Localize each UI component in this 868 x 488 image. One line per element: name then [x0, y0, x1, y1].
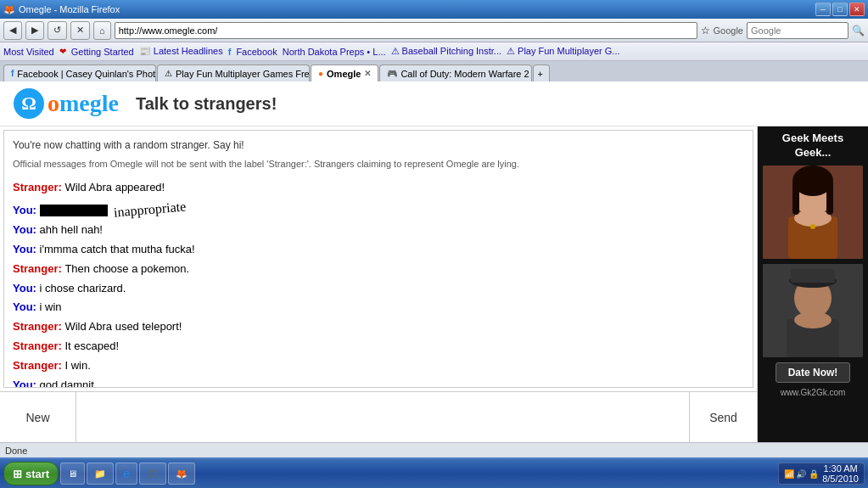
close-button[interactable]: ✕ [849, 3, 865, 16]
bookmark-baseball[interactable]: ⚠ Baseball Pitching Instr... [391, 46, 501, 57]
tray-time-display: 1:30 AM [822, 463, 859, 474]
message-text: I win. [64, 359, 90, 372]
tab-cod[interactable]: 🎮 Call of Duty: Modern Warfare 2 - Ca...… [379, 65, 532, 81]
forward-button[interactable]: ▶ [25, 21, 44, 40]
minimize-button[interactable]: ─ [815, 3, 831, 16]
message-text: god damnit [40, 379, 94, 388]
speaker-label: You: [13, 379, 40, 388]
ie-icon: e [123, 467, 130, 480]
message-text: Wild Abra appeared! [64, 181, 165, 194]
home-button[interactable]: ⌂ [93, 21, 111, 40]
start-button[interactable]: ⊞ start [3, 462, 59, 485]
chat-message-9: Stranger: It escaped! [13, 338, 744, 356]
taskbar-item-2[interactable]: 📁 [87, 463, 114, 485]
blacked-out-text [40, 205, 108, 216]
back-button[interactable]: ◀ [3, 21, 22, 40]
chat-log[interactable]: You're now chatting with a random strang… [3, 130, 753, 388]
bookmark-nd-preps[interactable]: North Dakota Preps • L... [283, 47, 386, 57]
taskbar-icon-2: 📁 [94, 468, 106, 480]
tab-multiplayer[interactable]: ⚠ Play Fun Multiplayer Games Free At... … [157, 65, 310, 81]
stop-button[interactable]: ✕ [70, 21, 90, 40]
taskbar-item-ie[interactable]: e [115, 463, 137, 485]
bookmark-multiplayer[interactable]: ⚠ Play Fun Multiplayer G... [507, 46, 620, 57]
chat-message-2: You: inappropriate [13, 199, 744, 221]
bookmark-facebook[interactable]: Facebook [236, 47, 277, 57]
chat-notice: You're now chatting with a random strang… [13, 137, 744, 154]
status-text: Done [5, 446, 27, 456]
chat-message-1: Stranger: Wild Abra appeared! [13, 179, 744, 197]
tab-facebook[interactable]: f Facebook | Casey Quinlan's Photos ... … [3, 65, 156, 81]
omegle-logo-icon: Ω [14, 88, 44, 119]
tab-cod-label: Call of Duty: Modern Warfare 2 - Ca... [400, 69, 532, 79]
bookmark-latest-headlines[interactable]: 📰 Latest Headlines [139, 46, 223, 57]
omegle-tab-favicon: ● [318, 69, 323, 78]
bookmark-getting-started[interactable]: Getting Started [71, 47, 134, 57]
svg-point-7 [810, 224, 815, 229]
restore-button[interactable]: □ [832, 3, 848, 16]
speaker-label: You: [13, 223, 40, 236]
ad-url: www.Gk2Gk.com [781, 388, 846, 397]
getting-started-icon: ❤ [59, 47, 66, 56]
svg-point-11 [794, 311, 832, 328]
search-icon: 🔍 [852, 25, 865, 36]
address-bar[interactable] [115, 22, 697, 39]
tab-omegle-label: Omegle [327, 69, 361, 79]
multiplayer-tab-favicon: ⚠ [165, 69, 172, 78]
speaker-label: Stranger: [13, 320, 64, 333]
tab-facebook-label: Facebook | Casey Quinlan's Photos ... [17, 69, 156, 79]
chat-message-7: You: i win [13, 299, 744, 317]
new-conversation-button[interactable]: New [0, 392, 76, 442]
message-text: i'mmma catch that mutha fucka! [40, 243, 195, 255]
chat-input-area: New Send [0, 391, 757, 442]
send-button[interactable]: Send [689, 392, 757, 442]
speaker-label: You: [13, 282, 40, 294]
chat-message-10: Stranger: I win. [13, 357, 744, 375]
svg-rect-5 [792, 181, 799, 215]
message-text: inappropriate [40, 204, 187, 216]
female-photo-svg [763, 165, 863, 259]
windows-logo: ⊞ [13, 468, 22, 480]
new-tab-button[interactable]: + [533, 65, 550, 81]
title-bar-title: 🦊 Omegle - Mozilla Firefox [3, 4, 120, 15]
omegle-tagline: Talk to strangers! [136, 94, 277, 114]
chat-text-input[interactable] [76, 392, 689, 442]
facebook-tab-favicon: f [11, 69, 14, 78]
speaker-label: Stranger: [13, 181, 64, 194]
message-text: i win [40, 300, 62, 313]
tabs-bar: f Facebook | Casey Quinlan's Photos ... … [0, 61, 868, 81]
tab-omegle[interactable]: ● Omegle ✕ [311, 65, 378, 81]
refresh-button[interactable]: ↺ [48, 21, 67, 40]
speaker-label: You: [13, 204, 40, 216]
system-tray: 📶 🔊 🔒 1:30 AM 8/5/2010 [778, 463, 865, 485]
svg-rect-6 [826, 181, 833, 215]
ad-photo-female [763, 165, 863, 259]
bookmark-most-visited[interactable]: Most Visited [3, 47, 54, 57]
title-bar: 🦊 Omegle - Mozilla Firefox ─ □ ✕ [0, 0, 868, 19]
tray-icons: 📶 🔊 🔒 [784, 469, 820, 479]
chat-message-6: You: i chose charizard. [13, 280, 744, 298]
speaker-label: You: [13, 243, 40, 255]
cod-tab-favicon: 🎮 [387, 69, 397, 78]
taskbar-item-1[interactable]: 🖥 [60, 463, 85, 485]
taskbar-item-firefox[interactable]: 🦊 [168, 463, 195, 485]
svg-rect-13 [791, 269, 835, 283]
tray-clock: 1:30 AM 8/5/2010 [822, 463, 859, 484]
chat-warning: Official messages from Omegle will not b… [13, 157, 744, 172]
ad-title: Geek Meets Geek... [763, 132, 863, 160]
omegle-wordmark: omegle [48, 90, 119, 117]
message-text: It escaped! [64, 339, 119, 352]
nav-bar: ◀ ▶ ↺ ✕ ⌂ ☆ Google 🔍 [0, 19, 868, 42]
tab-omegle-close[interactable]: ✕ [364, 69, 371, 78]
speaker-label: Stranger: [13, 262, 64, 275]
search-input[interactable] [747, 22, 848, 39]
page-wrapper: Ω omegle Talk to strangers! You're now c… [0, 81, 868, 442]
chat-section: You're now chatting with a random strang… [0, 126, 868, 442]
omegle-logo: Ω omegle [14, 88, 119, 119]
bookmarks-bar: Most Visited ❤ Getting Started 📰 Latest … [0, 42, 868, 61]
date-now-button[interactable]: Date Now! [776, 362, 851, 383]
firefox-taskbar-icon: 🦊 [176, 468, 188, 480]
chat-message-4: You: i'mmma catch that mutha fucka! [13, 241, 744, 259]
message-text: i chose charizard. [40, 282, 126, 294]
ad-photo-male [763, 264, 863, 357]
taskbar-item-4[interactable]: 🎵 [139, 463, 166, 485]
